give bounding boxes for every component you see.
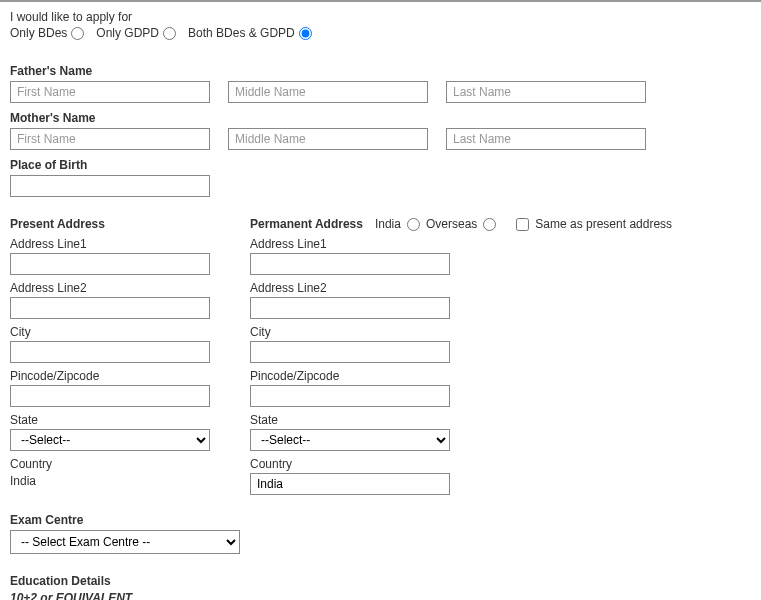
father-middle-input[interactable]: [228, 81, 428, 103]
present-pin-input[interactable]: [10, 385, 210, 407]
perm-pin-label: Pincode/Zipcode: [250, 369, 450, 383]
pob-label: Place of Birth: [10, 158, 751, 172]
mother-first-input[interactable]: [10, 128, 210, 150]
father-first-input[interactable]: [10, 81, 210, 103]
education-section: Education Details 10+2 or EQUIVALENT Boa…: [10, 574, 751, 600]
apply-for-section: I would like to apply for Only BDes Only…: [10, 10, 751, 40]
perm-city-label: City: [250, 325, 450, 339]
exam-centre-label: Exam Centre: [10, 513, 751, 527]
father-last-input[interactable]: [446, 81, 646, 103]
edu-subheader: 10+2 or EQUIVALENT: [10, 591, 751, 600]
address-section: Present Address Address Line1 Address Li…: [10, 217, 751, 495]
mother-last-input[interactable]: [446, 128, 646, 150]
perm-overseas-label: Overseas: [426, 217, 477, 231]
perm-india-label: India: [375, 217, 401, 231]
perm-line2-label: Address Line2: [250, 281, 450, 295]
present-line1-label: Address Line1: [10, 237, 210, 251]
apply-gdpd-label: Only GDPD: [96, 26, 159, 40]
father-name-section: Father's Name Mother's Name Place of Bir…: [10, 64, 751, 197]
perm-pin-input[interactable]: [250, 385, 450, 407]
same-address-label: Same as present address: [535, 217, 672, 231]
father-label: Father's Name: [10, 64, 751, 78]
present-pin-label: Pincode/Zipcode: [10, 369, 210, 383]
perm-overseas-radio[interactable]: [483, 218, 496, 231]
present-city-input[interactable]: [10, 341, 210, 363]
edu-header: Education Details: [10, 574, 751, 588]
perm-city-input[interactable]: [250, 341, 450, 363]
same-address-checkbox[interactable]: [516, 218, 529, 231]
present-city-label: City: [10, 325, 210, 339]
apply-gdpd-radio[interactable]: [163, 27, 176, 40]
present-header: Present Address: [10, 217, 210, 231]
present-country-value: India: [10, 474, 210, 488]
perm-country-input[interactable]: [250, 473, 450, 495]
exam-centre-section: Exam Centre -- Select Exam Centre --: [10, 513, 751, 554]
permanent-address-col: Permanent Address India Overseas Same as…: [250, 217, 672, 495]
apply-bdes-radio[interactable]: [71, 27, 84, 40]
perm-state-label: State: [250, 413, 450, 427]
present-state-label: State: [10, 413, 210, 427]
present-line2-input[interactable]: [10, 297, 210, 319]
present-line2-label: Address Line2: [10, 281, 210, 295]
apply-prompt: I would like to apply for: [10, 10, 751, 24]
perm-line1-label: Address Line1: [250, 237, 450, 251]
present-address-col: Present Address Address Line1 Address Li…: [10, 217, 210, 488]
permanent-header-row: Permanent Address India Overseas Same as…: [250, 217, 672, 231]
exam-centre-select[interactable]: -- Select Exam Centre --: [10, 530, 240, 554]
present-state-select[interactable]: --Select--: [10, 429, 210, 451]
perm-india-radio[interactable]: [407, 218, 420, 231]
perm-state-select[interactable]: --Select--: [250, 429, 450, 451]
apply-bdes-label: Only BDes: [10, 26, 67, 40]
perm-line1-input[interactable]: [250, 253, 450, 275]
present-country-label: Country: [10, 457, 210, 471]
perm-line2-input[interactable]: [250, 297, 450, 319]
mother-label: Mother's Name: [10, 111, 751, 125]
apply-options: Only BDes Only GDPD Both BDes & GDPD: [10, 26, 751, 40]
perm-country-label: Country: [250, 457, 450, 471]
present-line1-input[interactable]: [10, 253, 210, 275]
permanent-header: Permanent Address: [250, 217, 363, 231]
pob-input[interactable]: [10, 175, 210, 197]
mother-middle-input[interactable]: [228, 128, 428, 150]
apply-both-radio[interactable]: [299, 27, 312, 40]
apply-both-label: Both BDes & GDPD: [188, 26, 295, 40]
